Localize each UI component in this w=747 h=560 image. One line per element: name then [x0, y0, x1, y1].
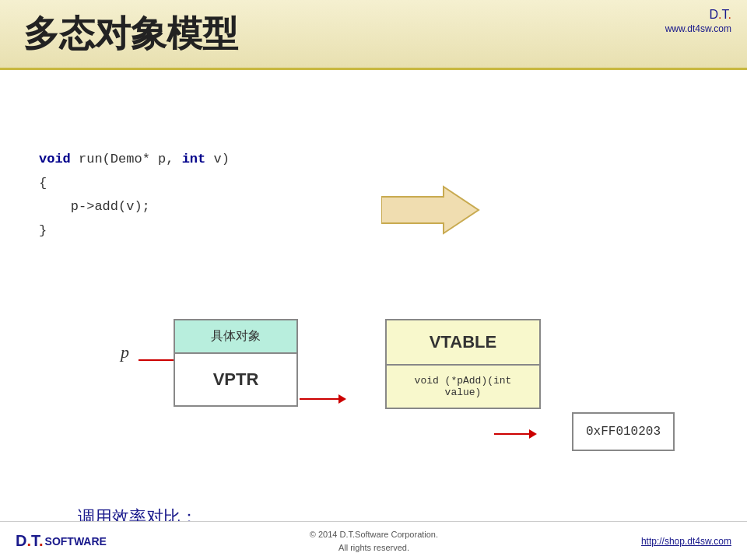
diagram-area: p 具体对象 VPTR VTABLE void — [0, 303, 747, 474]
svg-marker-0 — [381, 187, 479, 233]
page-title: 多态对象模型 — [23, 10, 238, 58]
footer-logo: D.T. Software — [16, 532, 107, 550]
address-value: 0xFF010203 — [572, 412, 675, 451]
footer-logo-dt: D.T. — [16, 532, 44, 550]
footer: D.T. Software © 2014 D.T.Software Corpor… — [0, 521, 747, 560]
vtable-box: VTABLE void (*pAdd)(int value) — [338, 319, 541, 409]
footer-logo-dot2: . — [39, 532, 44, 549]
footer-copy-line1: © 2014 D.T.Software Corporation. — [310, 528, 438, 541]
logo-url: www.dt4sw.com — [665, 23, 731, 34]
code-block: void run(Demo* p, int v) { p->add(v); } — [39, 148, 230, 243]
footer-software-label: Software — [45, 535, 107, 548]
footer-copy-line2: All rights reserved. — [310, 541, 438, 555]
header: 多态对象模型 D.T. www.dt4sw.com — [0, 0, 747, 70]
footer-link[interactable]: http://shop.dt4sw.com — [641, 536, 731, 547]
address-box: 0xFF010203 — [529, 412, 675, 451]
vtable-header-label: VTABLE — [387, 320, 539, 366]
code-line3: p->add(v); — [39, 195, 230, 219]
p-pointer-label: p — [121, 342, 129, 362]
logo: D.T. — [710, 8, 731, 22]
logo-t: T — [722, 8, 728, 21]
code-line4: } — [39, 219, 230, 243]
object-box: 具体对象 VPTR — [174, 319, 298, 407]
code-line2: { — [39, 172, 230, 196]
logo-dot2: . — [728, 8, 731, 21]
vtable-entry-label: void (*pAdd)(int value) — [387, 366, 539, 408]
code-line1: void run(Demo* p, int v) — [39, 148, 230, 172]
flow-arrow — [381, 183, 482, 237]
logo-area: D.T. www.dt4sw.com — [665, 8, 731, 34]
footer-logo-t: T — [31, 532, 39, 549]
logo-d: D — [710, 8, 719, 21]
footer-copyright: © 2014 D.T.Software Corporation. All rig… — [310, 528, 438, 554]
footer-logo-d: D — [16, 532, 26, 549]
vptr-label: VPTR — [175, 354, 296, 405]
main-content: void run(Demo* p, int v) { p->add(v); } … — [0, 70, 747, 521]
object-top-label: 具体对象 — [175, 320, 296, 354]
